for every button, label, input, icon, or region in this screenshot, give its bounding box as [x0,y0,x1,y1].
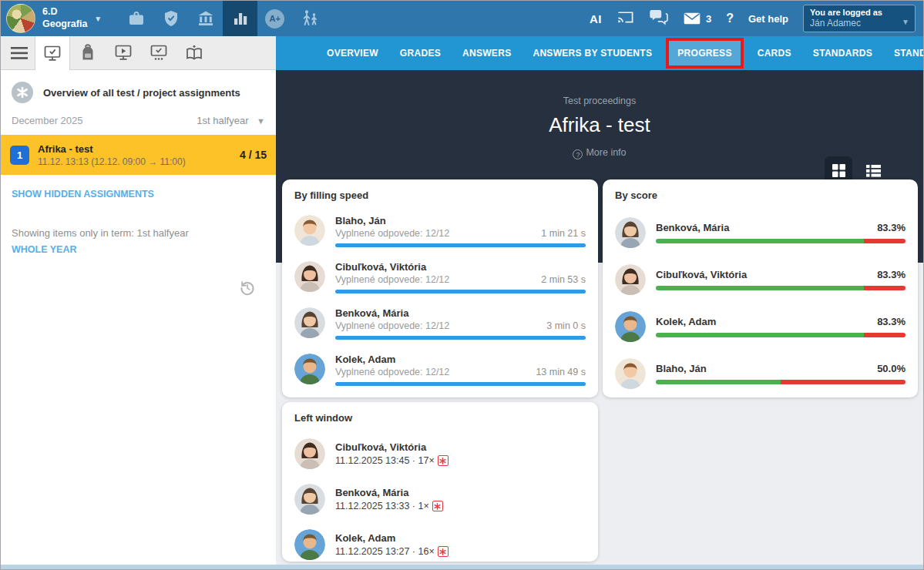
speed-row[interactable]: Cibuľková, Viktória Vyplnené odpovede: 1… [294,261,586,293]
briefcase-icon[interactable] [119,1,153,36]
chat-bubbles-icon[interactable] [649,8,669,29]
chevron-down-icon: ▼ [902,18,909,26]
student-avatar [294,215,325,246]
assignment-item-selected[interactable]: 1 Afrika - test 11.12. 13:13 (12.12. 09:… [1,135,276,175]
presentation-play-icon[interactable] [106,36,141,69]
student-name: Cibuľková, Viktória [335,261,586,273]
student-avatar [294,307,325,338]
messages-button[interactable]: 3 [684,12,711,25]
term-label: 1st halfyear [197,115,248,126]
term-selector[interactable]: 1st halfyear ▼ [197,115,265,126]
left-window-row[interactable]: Benková, Mária 11.12.2025 13:33 · 1× [294,484,586,515]
student-name: Cibuľková, Viktória [335,441,586,454]
sidebar-title: Overview of all test / project assignmen… [43,87,240,99]
progress-tab-highlight-frame: PROGRESS [666,38,743,69]
speed-row[interactable]: Kolek, Adam Vyplnené odpovede: 12/1213 m… [294,354,586,386]
assignment-progress-count: 4 / 15 [240,149,267,161]
student-name: Cibuľková, Viktória [656,269,747,281]
student-name: Kolek, Adam [335,532,586,545]
grading-a-plus-icon[interactable]: A+ [257,1,292,36]
term-filter-note: Showing items only in term: 1st halfyear [1,227,276,239]
left-window-row[interactable]: Cibuľková, Viktória 11.12.2025 13:45 · 1… [294,438,586,469]
get-help-button[interactable]: Get help [748,13,788,25]
student-name: Blaho, Ján [335,215,586,227]
attendance-walkers-icon[interactable] [292,1,327,36]
panel-title: By filling speed [294,189,586,201]
left-window-warning-icon [432,501,443,511]
hamburger-menu-icon[interactable] [4,36,35,69]
score-percent: 83.3% [877,269,906,280]
fill-time: 2 min 53 s [541,273,586,286]
score-percent: 83.3% [877,316,906,327]
logged-user-selector[interactable]: You are logged as Ján Adamec ▼ [803,5,916,32]
student-avatar [615,217,646,248]
envelope-icon [684,12,701,25]
tab-overview[interactable]: OVERVIEW [316,48,389,59]
student-avatar [294,261,325,292]
student-name: Kolek, Adam [335,354,586,366]
help-question-icon[interactable]: ? [726,12,734,25]
score-row[interactable]: Cibuľková, Viktória83.3% [615,264,906,295]
left-window-detail: 11.12.2025 13:45 · 17× [335,455,435,466]
student-name: Benková, Mária [335,307,586,320]
subbar: OVERVIEW GRADES ANSWERS ANSWERS BY STUDE… [1,36,923,70]
student-avatar [294,529,325,560]
tab-cards[interactable]: CARDS [747,48,802,59]
progress-bar [335,243,586,247]
score-bar [656,239,906,243]
speed-row[interactable]: Benková, Mária Vyplnené odpovede: 12/123… [294,307,586,340]
left-window-detail: 11.12.2025 13:27 · 16× [335,546,435,557]
assignment-number-badge: 1 [10,146,29,165]
tab-answers-by-students[interactable]: ANSWERS BY STUDENTS [522,48,663,59]
section-tabs: OVERVIEW GRADES ANSWERS ANSWERS BY STUDE… [276,36,923,70]
speed-row[interactable]: Blaho, Ján Vyplnené odpovede: 12/121 min… [294,215,586,247]
history-icon[interactable] [239,280,256,300]
top-navbar: 6.D Geografia ▼ A+ AI [1,1,923,36]
tab-progress[interactable]: PROGRESS [669,41,740,65]
answers-monitor-dots-icon[interactable] [141,36,176,69]
panel-by-filling-speed: By filling speed Blaho, Ján Vyplnené odp… [282,179,598,397]
score-bar [656,333,906,337]
answered-label: Vyplnené odpovede: 12/12 [335,366,449,378]
tab-grades[interactable]: GRADES [389,48,452,59]
student-name: Kolek, Adam [656,316,716,328]
whole-year-link[interactable]: WHOLE YEAR [1,244,276,255]
class-selector[interactable]: 6.D Geografia ▼ [1,4,102,33]
score-row[interactable]: Benková, Mária83.3% [615,217,906,248]
panel-left-window: Left window Cibuľková, Viktória 11.12.20… [282,402,598,562]
tab-standards[interactable]: STANDARDS [802,48,883,59]
info-question-icon: ? [573,149,583,159]
show-hidden-assignments-link[interactable]: SHOW HIDDEN ASSIGNMENTS [1,189,276,200]
chevron-down-icon: ▼ [94,15,102,23]
study-book-icon[interactable] [176,36,212,69]
tests-monitor-check-icon[interactable] [35,36,70,71]
overview-flower-icon [12,82,33,103]
assignments-sidebar: Overview of all test / project assignmen… [1,70,276,565]
backpack-icon[interactable] [70,36,106,69]
student-avatar [615,264,646,295]
bank-icon[interactable] [188,1,223,36]
student-avatar [615,358,646,389]
fill-time: 13 min 49 s [536,366,586,378]
answered-label: Vyplnené odpovede: 12/12 [335,227,449,240]
left-window-row[interactable]: Kolek, Adam 11.12.2025 13:27 · 16× [294,529,586,560]
bottom-strip [1,565,923,569]
page-title: Afrika - test [276,113,923,137]
chevron-down-icon: ▼ [257,116,265,126]
messages-count: 3 [706,13,711,25]
tab-standards-2[interactable]: STANDARDS [883,48,923,59]
shield-check-icon[interactable] [153,1,188,36]
results-chart-icon[interactable] [223,1,257,36]
tab-answers[interactable]: ANSWERS [452,48,522,59]
panel-title: By score [615,189,906,201]
score-percent: 50.0% [877,363,906,374]
panel-title: Left window [294,412,586,424]
score-row[interactable]: Blaho, Ján50.0% [615,358,906,389]
student-avatar [294,354,325,384]
left-window-warning-icon [438,455,449,466]
panel-by-score: By score Benková, Mária83.3% Cibuľková, … [603,179,918,397]
ai-button[interactable]: AI [590,12,602,25]
cast-screen-icon[interactable] [617,8,634,28]
student-avatar [294,438,325,469]
score-row[interactable]: Kolek, Adam83.3% [615,311,906,342]
